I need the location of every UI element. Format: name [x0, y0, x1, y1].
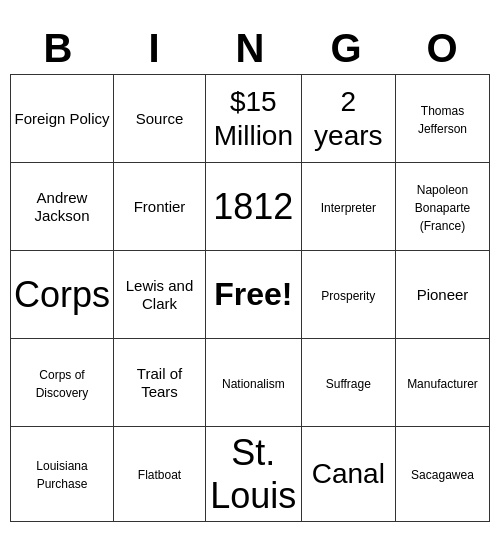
cell-content: Andrew Jackson: [35, 189, 90, 224]
grid-cell: Foreign Policy: [11, 75, 114, 163]
grid-cell: Nationalism: [206, 339, 302, 427]
cell-content: Corps of Discovery: [36, 368, 89, 400]
cell-content: Foreign Policy: [14, 110, 109, 127]
grid-cell: St. Louis: [206, 427, 302, 522]
cell-content: Thomas Jefferson: [418, 104, 467, 136]
header-letter: B: [10, 22, 106, 75]
cell-content: Source: [136, 110, 184, 127]
grid-cell: Interpreter: [301, 163, 395, 251]
cell-content: Prosperity: [321, 289, 375, 303]
grid-cell: Flatboat: [114, 427, 206, 522]
cell-content: Suffrage: [326, 377, 371, 391]
grid-cell: Sacagawea: [395, 427, 489, 522]
grid-cell: Napoleon Bonaparte (France): [395, 163, 489, 251]
grid-cell: Louisiana Purchase: [11, 427, 114, 522]
grid-cell: Manufacturer: [395, 339, 489, 427]
header-letter: O: [394, 22, 490, 75]
grid-cell: Free!: [206, 251, 302, 339]
grid-row: Andrew JacksonFrontier1812InterpreterNap…: [11, 163, 490, 251]
grid-cell: $15 Million: [206, 75, 302, 163]
grid-row: Corps of DiscoveryTrail of TearsNational…: [11, 339, 490, 427]
cell-content: Canal: [312, 458, 385, 489]
bingo-card: BINGO Foreign PolicySource$15 Million2 y…: [10, 22, 490, 523]
cell-content: Sacagawea: [411, 468, 474, 482]
cell-content: 1812: [213, 186, 293, 227]
bingo-header: BINGO: [10, 22, 490, 75]
cell-content: Free!: [214, 276, 292, 312]
cell-content: Interpreter: [321, 201, 376, 215]
grid-cell: 2 years: [301, 75, 395, 163]
cell-content: Pioneer: [417, 286, 469, 303]
grid-cell: Trail of Tears: [114, 339, 206, 427]
cell-content: Louisiana Purchase: [36, 459, 87, 491]
cell-content: Frontier: [134, 198, 186, 215]
cell-content: Lewis and Clark: [126, 277, 194, 312]
grid-cell: Canal: [301, 427, 395, 522]
cell-content: Nationalism: [222, 377, 285, 391]
grid-cell: Pioneer: [395, 251, 489, 339]
header-letter: I: [106, 22, 202, 75]
grid-cell: Thomas Jefferson: [395, 75, 489, 163]
grid-cell: 1812: [206, 163, 302, 251]
grid-cell: Lewis and Clark: [114, 251, 206, 339]
bingo-grid: Foreign PolicySource$15 Million2 yearsTh…: [10, 75, 490, 523]
cell-content: Corps: [14, 274, 110, 315]
header-letter: N: [202, 22, 298, 75]
cell-content: Trail of Tears: [137, 365, 182, 400]
header-letter: G: [298, 22, 394, 75]
cell-content: Manufacturer: [407, 377, 478, 391]
grid-cell: Andrew Jackson: [11, 163, 114, 251]
grid-row: Louisiana PurchaseFlatboatSt. LouisCanal…: [11, 427, 490, 522]
cell-content: Napoleon Bonaparte (France): [415, 183, 470, 233]
cell-content: $15 Million: [214, 86, 293, 151]
grid-row: CorpsLewis and ClarkFree!ProsperityPione…: [11, 251, 490, 339]
grid-cell: Frontier: [114, 163, 206, 251]
cell-content: St. Louis: [210, 432, 296, 516]
grid-cell: Source: [114, 75, 206, 163]
grid-cell: Corps: [11, 251, 114, 339]
grid-row: Foreign PolicySource$15 Million2 yearsTh…: [11, 75, 490, 163]
cell-content: Flatboat: [138, 468, 181, 482]
grid-cell: Suffrage: [301, 339, 395, 427]
grid-cell: Corps of Discovery: [11, 339, 114, 427]
grid-cell: Prosperity: [301, 251, 395, 339]
cell-content: 2 years: [314, 86, 382, 151]
